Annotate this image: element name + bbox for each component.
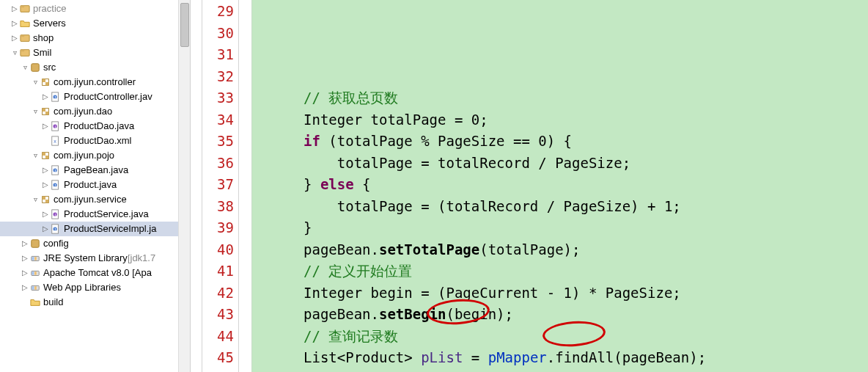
lib-icon	[29, 252, 41, 264]
tree-node[interactable]: ▷Web App Libraries	[0, 280, 190, 295]
collapse-icon[interactable]: ▿	[31, 75, 40, 90]
expand-icon[interactable]: ▷	[10, 31, 19, 45]
tree-node[interactable]: ▷Apache Tomcat v8.0 [Apa	[0, 266, 190, 280]
svg-rect-39	[32, 240, 40, 248]
tree-node[interactable]: ▿com.jiyun.dao	[0, 104, 190, 119]
expand-icon[interactable]: ▷	[41, 90, 50, 104]
tree-node[interactable]: XProductDao.xml	[0, 134, 190, 148]
code-line[interactable]: if (totalPage % PageSize == 0) {	[304, 131, 868, 153]
expand-icon[interactable]: ▷	[41, 222, 50, 236]
tree-node[interactable]: ▷JProductServiceImpl.ja	[0, 222, 190, 236]
expand-icon[interactable]: ▷	[41, 119, 50, 134]
line-number: 37	[202, 174, 234, 196]
expand-icon[interactable]: ▷	[21, 236, 29, 251]
tree-label: Product.java	[64, 178, 117, 192]
code-line[interactable]: // 定义开始位置	[304, 260, 868, 282]
fold-gutter	[239, 0, 252, 372]
svg-rect-47	[32, 286, 34, 289]
tree-node[interactable]: ▷JRE System Library [jdk1.7	[0, 251, 190, 266]
code-line[interactable]: pageBean.setBegin(begin);	[304, 304, 868, 326]
svg-rect-15	[45, 112, 48, 114]
project-explorer[interactable]: ▷practice▷Servers▷shop▿Smil▿src▿com.jiyu…	[0, 0, 191, 372]
expand-icon[interactable]: ▷	[41, 207, 50, 222]
code-line[interactable]: pageBean.setTotalPage(totalPage);	[304, 239, 868, 261]
code-token: setTotalPage	[379, 241, 479, 258]
expand-icon[interactable]: ▷	[41, 178, 50, 192]
code-line[interactable]: Integer begin = (PageCurrent - 1) * Page…	[304, 282, 868, 304]
code-token: Integer begin = (PageCurrent - 1) * Page…	[304, 285, 681, 301]
svg-rect-41	[32, 257, 34, 260]
code-editor[interactable]: 2930313233343536373839404142434445 // 获取…	[191, 0, 868, 372]
svg-rect-5	[21, 50, 24, 52]
tree-node[interactable]: ▿com.jiyun.service	[0, 192, 190, 207]
code-line[interactable]: }	[304, 217, 868, 239]
java-icon: J	[50, 179, 62, 191]
tree-label: JRE System Library	[43, 251, 128, 266]
code-line[interactable]: pageBean.setProductList(pList);	[304, 369, 868, 373]
svg-text:J: J	[54, 95, 56, 100]
overview-ruler	[191, 0, 202, 372]
tree-label-extra: [jdk1.7	[128, 251, 155, 266]
line-number: 39	[202, 217, 234, 239]
expand-icon[interactable]: ▷	[10, 16, 19, 31]
tree-label: ProductDao.java	[64, 119, 134, 134]
tree-label: practice	[33, 1, 67, 16]
code-token: totalPage = totalRecord / PageSize;	[304, 155, 630, 171]
tree-node[interactable]: ▷IProductDao.java	[0, 119, 190, 134]
tree-node[interactable]: ▷practice	[0, 1, 190, 16]
java-icon: J	[50, 223, 62, 235]
svg-rect-32	[45, 200, 48, 203]
lib-icon	[29, 282, 41, 293]
tree-node[interactable]: ▷IProductService.java	[0, 207, 190, 222]
tree-node[interactable]: ▿com.jiyun.pojo	[0, 148, 190, 163]
tree-label: com.jiyun.pojo	[54, 148, 114, 163]
code-token: // 定义开始位置	[304, 263, 412, 279]
tree-node[interactable]: ▿src	[0, 60, 190, 75]
tree-node[interactable]: ▷config	[0, 236, 190, 251]
tree-node[interactable]: ▷Servers	[0, 16, 190, 31]
code-line[interactable]: // 查询记录数	[304, 326, 868, 348]
collapse-icon[interactable]: ▿	[31, 192, 40, 207]
tree-label: ProductController.jav	[64, 90, 152, 104]
code-line[interactable]: Integer totalPage = 0;	[304, 109, 868, 131]
line-number: 35	[202, 131, 234, 153]
code-token: .findAll(pageBean);	[547, 349, 706, 365]
iface-icon: I	[50, 208, 62, 220]
tree-node[interactable]: ▷JPageBean.java	[0, 163, 190, 178]
code-area[interactable]: // 获取总页数Integer totalPage = 0;if (totalP…	[304, 0, 868, 372]
collapse-icon[interactable]: ▿	[10, 45, 19, 60]
code-line[interactable]: List<Product> pList = pMapper.findAll(pa…	[304, 347, 868, 369]
tree-node[interactable]: ▷shop	[0, 31, 190, 45]
expand-icon[interactable]: ▷	[21, 280, 29, 295]
code-token: (totalPage % PageSize == 0) {	[320, 133, 572, 149]
svg-rect-45	[34, 271, 37, 274]
svg-rect-9	[45, 82, 48, 85]
proj-icon	[19, 3, 31, 15]
svg-text:J: J	[54, 227, 56, 232]
tree-node[interactable]: ▿Smil	[0, 45, 190, 60]
code-line[interactable]: totalPage = (totalRecord / PageSize) + 1…	[304, 196, 868, 218]
collapse-icon[interactable]: ▿	[21, 60, 29, 75]
expand-icon[interactable]: ▷	[21, 251, 29, 266]
line-number: 34	[202, 109, 234, 131]
tree-node[interactable]: ▿com.jiyun.controller	[0, 75, 190, 90]
code-line[interactable]: totalPage = totalRecord / PageSize;	[304, 153, 868, 175]
scroll-thumb[interactable]	[180, 3, 189, 47]
line-number: 43	[202, 304, 234, 326]
expand-icon[interactable]: ▷	[21, 266, 29, 280]
java-icon: J	[50, 164, 62, 176]
code-line[interactable]: } else {	[304, 174, 868, 196]
tree-node[interactable]: ▷JProduct.java	[0, 178, 190, 192]
svg-rect-6	[32, 64, 40, 72]
explorer-scrollbar[interactable]	[178, 0, 190, 372]
code-token: =	[463, 349, 488, 365]
expand-icon[interactable]: ▷	[41, 163, 50, 178]
code-token: // 查询记录数	[304, 328, 398, 344]
collapse-icon[interactable]: ▿	[31, 104, 40, 119]
expand-icon[interactable]: ▷	[10, 1, 19, 16]
ide-root: ▷practice▷Servers▷shop▿Smil▿src▿com.jiyu…	[0, 0, 868, 372]
code-line[interactable]: // 获取总页数	[304, 87, 868, 109]
tree-node[interactable]: ▷JProductController.jav	[0, 90, 190, 104]
tree-node[interactable]: build	[0, 295, 190, 310]
collapse-icon[interactable]: ▿	[31, 148, 40, 163]
